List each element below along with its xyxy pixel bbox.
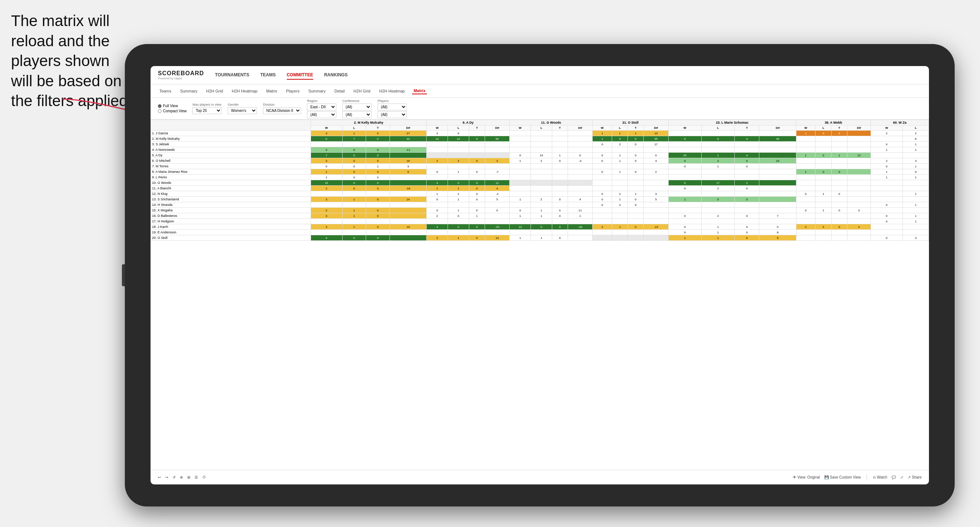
undo-button[interactable]: ↩ bbox=[158, 475, 161, 479]
sub-nav-detail[interactable]: Detail bbox=[333, 88, 346, 94]
tablet-device: SCOREBOARD Powered by clippd TOURNAMENTS… bbox=[125, 44, 955, 506]
cell-t bbox=[831, 186, 847, 191]
redo-button[interactable]: ↪ bbox=[165, 475, 168, 479]
sub-nav-summary[interactable]: Summary bbox=[178, 88, 199, 94]
cell-t bbox=[366, 191, 390, 197]
compact-view-option[interactable]: Compact View bbox=[158, 109, 186, 113]
cell-l-last: 1 bbox=[902, 219, 929, 224]
conference-select[interactable]: (All) bbox=[342, 103, 372, 111]
sub-nav-h2h-heatmap[interactable]: H2H Heatmap bbox=[230, 88, 259, 94]
cell-dif: 24 bbox=[759, 158, 796, 163]
cell-dif: -7 bbox=[485, 169, 509, 175]
players-sub-select[interactable]: (All) bbox=[377, 111, 407, 118]
reset-button[interactable]: ↺ bbox=[173, 475, 175, 479]
region-select[interactable]: East - DII bbox=[307, 103, 336, 111]
cell-l: 1 bbox=[342, 213, 366, 219]
cell-dif bbox=[390, 202, 427, 208]
cell-w: 0 bbox=[668, 224, 701, 230]
watch-button[interactable]: ⊙ Watch bbox=[873, 475, 887, 479]
cell-l-last: 1 bbox=[902, 213, 929, 219]
cell-dif bbox=[644, 202, 668, 208]
cell-t: 0 bbox=[366, 186, 390, 191]
settings-button[interactable]: ☰ bbox=[195, 475, 198, 479]
sub-nav-teams[interactable]: Teams bbox=[158, 88, 173, 94]
cell-w: 0 bbox=[668, 213, 701, 219]
cell-dif bbox=[568, 186, 592, 191]
division-select[interactable]: NCAA Division II bbox=[263, 107, 301, 114]
view-original-button[interactable]: 👁 View: Original bbox=[793, 475, 820, 479]
sub-nav-h2h-grid2[interactable]: H2H Grid bbox=[352, 88, 372, 94]
cell-dif bbox=[759, 131, 796, 136]
timer-button[interactable]: ⏱ bbox=[202, 475, 206, 479]
sub-nav-players[interactable]: Players bbox=[285, 88, 301, 94]
cell-t: 0 bbox=[469, 208, 485, 213]
cell-dif bbox=[847, 131, 870, 136]
cell-t bbox=[831, 175, 847, 180]
conference-sub-select[interactable]: (All) bbox=[342, 111, 372, 118]
cell-dif: 17 bbox=[644, 142, 668, 147]
nav-rankings[interactable]: RANKINGS bbox=[324, 71, 348, 79]
col-header-4: 21. O Stoll bbox=[593, 120, 668, 125]
cell-w: 1 bbox=[427, 186, 448, 191]
cell-l-last: 1 bbox=[902, 142, 929, 147]
cell-w: 0 bbox=[668, 158, 701, 163]
matrix-area[interactable]: 2. M Kelly Mulcahy 6. A Dy 11. G Woods 2… bbox=[151, 120, 929, 470]
cell-t: 0 bbox=[735, 235, 759, 241]
cell-w bbox=[427, 163, 448, 169]
cell-t bbox=[831, 202, 847, 208]
cell-t: 0 bbox=[366, 136, 390, 142]
sub-col-dif1: Dif bbox=[390, 125, 427, 131]
full-view-option[interactable]: Full View bbox=[158, 104, 186, 108]
cell-l bbox=[816, 175, 831, 180]
share-button[interactable]: ↗ Share bbox=[908, 475, 922, 479]
cell-l-last: 1 bbox=[902, 163, 929, 169]
zoom-button[interactable]: ⊕ bbox=[180, 475, 183, 479]
cell-l: 0 bbox=[448, 131, 469, 136]
cell-dif: -2 bbox=[485, 191, 509, 197]
sub-nav-matrix2[interactable]: Matrix bbox=[412, 88, 427, 94]
sub-nav-h2h-heatmap2[interactable]: H2H Heatmap bbox=[378, 88, 406, 94]
cell-l bbox=[701, 202, 734, 208]
save-custom-button[interactable]: 💾 Save Custom View bbox=[824, 475, 861, 479]
cell-w: 1 bbox=[668, 235, 701, 241]
cell-t bbox=[831, 219, 847, 224]
players-select[interactable]: (All) bbox=[377, 103, 407, 111]
cell-dif bbox=[644, 180, 668, 186]
cell-dif bbox=[568, 169, 592, 175]
cell-dif bbox=[644, 230, 668, 235]
cell-dif bbox=[485, 230, 509, 235]
comment-button[interactable]: 💬 bbox=[891, 475, 896, 479]
tablet-side-button[interactable] bbox=[122, 264, 125, 286]
cell-dif bbox=[847, 202, 870, 208]
filter-bar: Full View Compact View Max players in vi… bbox=[151, 98, 929, 120]
max-players-select[interactable]: Top 25 bbox=[192, 107, 222, 114]
full-view-radio[interactable] bbox=[158, 104, 162, 108]
cell-dif: 50 bbox=[485, 136, 509, 142]
col-header-2: 6. A Dy bbox=[427, 120, 510, 125]
expand-button[interactable]: ⤢ bbox=[900, 475, 903, 479]
layout-button[interactable]: ⊞ bbox=[187, 475, 190, 479]
cell-t: 0 bbox=[469, 136, 485, 142]
sub-nav-h2h-grid[interactable]: H2H Grid bbox=[205, 88, 224, 94]
table-row: 5. A Dy700014100100251012113 bbox=[151, 153, 929, 158]
col-header-7: 60. W Za bbox=[870, 120, 929, 125]
cell-t: 1 bbox=[552, 153, 568, 158]
cell-dif: 0 bbox=[759, 224, 796, 230]
cell-l: 10 bbox=[448, 136, 469, 142]
region-sub-select[interactable]: (All) bbox=[307, 111, 336, 118]
cell-w bbox=[796, 186, 816, 191]
nav-tournaments[interactable]: TOURNAMENTS bbox=[215, 71, 249, 79]
compact-view-radio[interactable] bbox=[158, 110, 162, 113]
nav-teams[interactable]: TEAMS bbox=[260, 71, 276, 79]
nav-committee[interactable]: COMMITTEE bbox=[287, 71, 313, 79]
cell-dif bbox=[847, 163, 870, 169]
cell-dif bbox=[485, 142, 509, 147]
sub-nav-matrix[interactable]: Matrix bbox=[265, 88, 279, 94]
cell-t: 0 bbox=[552, 158, 568, 163]
cell-t: 0 bbox=[628, 169, 644, 175]
cell-w bbox=[796, 230, 816, 235]
cell-l: 1 bbox=[612, 131, 628, 136]
player-name-cell: 15. X Mogaha bbox=[151, 208, 311, 213]
sub-nav-summary2[interactable]: Summary bbox=[307, 88, 327, 94]
gender-select[interactable]: Women's bbox=[228, 107, 257, 114]
